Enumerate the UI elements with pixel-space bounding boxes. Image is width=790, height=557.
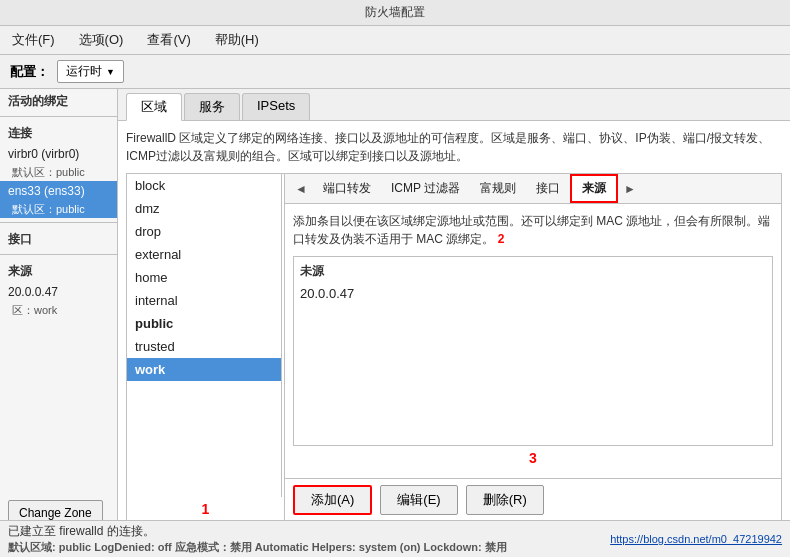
bottom-link[interactable]: https://blog.csdn.net/m0_47219942 — [602, 529, 790, 549]
bottom-info: 默认区域: public LogDenied: off 应急模式：禁用 Auto… — [8, 540, 507, 555]
source-entry-0: 20.0.0.47 — [300, 284, 766, 303]
sub-tab-interface[interactable]: 接口 — [526, 176, 570, 201]
config-dropdown-value: 运行时 — [66, 63, 102, 80]
main-tabs: 区域 服务 IPSets — [118, 89, 790, 121]
zone-drop[interactable]: drop — [127, 220, 281, 243]
zone-description: FirewallD 区域定义了绑定的网络连接、接口以及源地址的可信程度。区域是服… — [126, 129, 782, 165]
zone-main: block dmz drop external home internal pu… — [126, 173, 782, 522]
sidebar-item-ens33[interactable]: ens33 (ens33) — [0, 181, 117, 201]
sidebar-item-source[interactable]: 20.0.0.47 — [0, 282, 117, 302]
content-area: 区域 服务 IPSets FirewallD 区域定义了绑定的网络连接、接口以及… — [118, 89, 790, 530]
action-buttons: 添加(A) 编辑(E) 删除(R) — [285, 478, 781, 521]
sidebar-sub-source: 区：work — [0, 302, 117, 319]
active-binding-title: 活动的绑定 — [0, 89, 117, 112]
sidebar-sub-virbr0: 默认区：public — [0, 164, 117, 181]
source-description: 添加条目以便在该区域绑定源地址或范围。还可以绑定到 MAC 源地址，但会有所限制… — [293, 212, 773, 248]
sidebar-content: 活动的绑定 连接 virbr0 (virbr0) 默认区：public ens3… — [0, 89, 117, 319]
zone-external[interactable]: external — [127, 243, 281, 266]
add-button[interactable]: 添加(A) — [293, 485, 372, 515]
menu-file[interactable]: 文件(F) — [8, 29, 59, 51]
sub-tab-source[interactable]: 来源 — [570, 174, 618, 203]
config-dropdown[interactable]: 运行时 — [57, 60, 124, 83]
number-label-2: 2 — [498, 232, 505, 246]
bottom-status: 已建立至 firewalld 的连接。 — [8, 523, 507, 540]
zone-home[interactable]: home — [127, 266, 281, 289]
sub-tab-rich-rule[interactable]: 富规则 — [470, 176, 526, 201]
divider2 — [0, 222, 117, 223]
config-label: 配置： — [10, 63, 49, 81]
window-title: 防火墙配置 — [365, 5, 425, 19]
sub-tab-arrow-right[interactable]: ► — [618, 178, 642, 200]
sidebar-item-virbr0[interactable]: virbr0 (virbr0) — [0, 144, 117, 164]
edit-button[interactable]: 编辑(E) — [380, 485, 457, 515]
title-bar: 防火墙配置 — [0, 0, 790, 26]
section-interface: 接口 — [0, 227, 117, 250]
menu-bar: 文件(F) 选项(O) 查看(V) 帮助(H) — [0, 26, 790, 55]
divider1 — [0, 116, 117, 117]
source-box: 未源 20.0.0.47 — [293, 256, 773, 446]
number-label-3: 3 — [293, 446, 773, 470]
sidebar-sub-ens33: 默认区：public — [0, 201, 117, 218]
tab-zones[interactable]: 区域 — [126, 93, 182, 121]
source-box-title: 未源 — [300, 263, 766, 280]
sub-tabs: ◄ 端口转发 ICMP 过滤器 富规则 接口 来源 ► — [285, 174, 781, 204]
source-panel: 添加条目以便在该区域绑定源地址或范围。还可以绑定到 MAC 源地址，但会有所限制… — [285, 204, 781, 478]
config-bar: 配置： 运行时 — [0, 55, 790, 89]
zone-list: block dmz drop external home internal pu… — [127, 174, 282, 497]
bottom-bar: 已建立至 firewalld 的连接。 默认区域: public LogDeni… — [0, 520, 790, 557]
zone-dmz[interactable]: dmz — [127, 197, 281, 220]
tab-ipsets[interactable]: IPSets — [242, 93, 310, 120]
zone-work[interactable]: work — [127, 358, 281, 381]
zone-block[interactable]: block — [127, 174, 281, 197]
zone-list-wrapper: block dmz drop external home internal pu… — [127, 174, 285, 521]
zone-content: FirewallD 区域定义了绑定的网络连接、接口以及源地址的可信程度。区域是服… — [118, 121, 790, 530]
divider3 — [0, 254, 117, 255]
right-panel: ◄ 端口转发 ICMP 过滤器 富规则 接口 来源 ► 添加条目以便在该区域绑定… — [285, 174, 781, 521]
bottom-left: 已建立至 firewalld 的连接。 默认区域: public LogDeni… — [0, 521, 515, 557]
zone-trusted[interactable]: trusted — [127, 335, 281, 358]
sub-tab-arrow-left[interactable]: ◄ — [289, 178, 313, 200]
menu-options[interactable]: 选项(O) — [75, 29, 128, 51]
number-label-1: 1 — [127, 497, 284, 521]
sub-tab-icmp[interactable]: ICMP 过滤器 — [381, 176, 470, 201]
menu-help[interactable]: 帮助(H) — [211, 29, 263, 51]
sub-tab-port-forward[interactable]: 端口转发 — [313, 176, 381, 201]
section-connections: 连接 — [0, 121, 117, 144]
tab-services[interactable]: 服务 — [184, 93, 240, 120]
zone-internal[interactable]: internal — [127, 289, 281, 312]
main-container: 活动的绑定 连接 virbr0 (virbr0) 默认区：public ens3… — [0, 89, 790, 530]
delete-button[interactable]: 删除(R) — [466, 485, 544, 515]
section-source: 来源 — [0, 259, 117, 282]
menu-view[interactable]: 查看(V) — [143, 29, 194, 51]
sidebar: 活动的绑定 连接 virbr0 (virbr0) 默认区：public ens3… — [0, 89, 118, 530]
zone-public[interactable]: public — [127, 312, 281, 335]
